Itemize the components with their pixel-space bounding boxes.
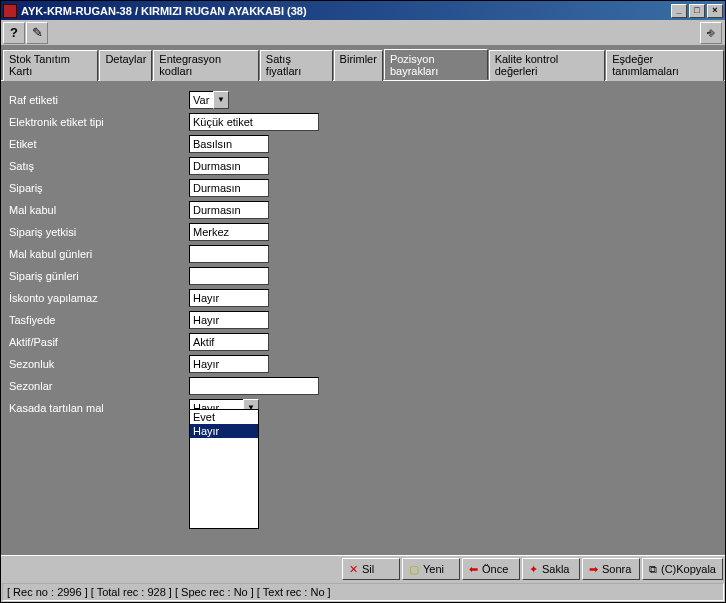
exit-button[interactable]: ⎆: [700, 22, 722, 44]
edit-button[interactable]: ✎: [26, 22, 48, 44]
tab-pozisyon-bayraklari[interactable]: Pozisyon bayrakları: [384, 49, 488, 80]
statusbar: [ Rec no : 2996 ] [ Total rec : 928 ] [ …: [2, 583, 724, 601]
label-sezonluk: Sezonluk: [9, 358, 189, 370]
tab-kalite-kontrol[interactable]: Kalite kontrol değerleri: [489, 50, 606, 81]
input-iskonto[interactable]: [189, 289, 269, 307]
dropdown-empty-area: [190, 438, 258, 528]
minimize-button[interactable]: _: [671, 4, 687, 18]
input-satis[interactable]: [189, 157, 269, 175]
close-button[interactable]: ×: [707, 4, 723, 18]
new-icon: ▢: [409, 563, 419, 576]
tab-satis-fiyatlari[interactable]: Satış fiyatları: [260, 50, 333, 81]
next-icon: ➡: [589, 563, 598, 576]
label-siparis-gunleri: Sipariş günleri: [9, 270, 189, 282]
sil-button[interactable]: ✕Sil: [342, 558, 400, 580]
sakla-button[interactable]: ✦Sakla: [522, 558, 580, 580]
form-content: Raf etiketi ▼ Elektronik etiket tipi Eti…: [1, 81, 725, 555]
tab-stok-tanitim[interactable]: Stok Tanıtım Kartı: [3, 50, 98, 81]
input-elektronik-etiket[interactable]: [189, 113, 319, 131]
dropdown-button[interactable]: ▼: [213, 91, 229, 109]
label-etiket: Etiket: [9, 138, 189, 150]
tab-entegrasyon[interactable]: Entegrasyon kodları: [153, 50, 259, 81]
help-icon: ?: [10, 25, 18, 40]
label-tasfiyede: Tasfiyede: [9, 314, 189, 326]
tab-esdeger[interactable]: Eşdeğer tanımlamaları: [606, 50, 724, 81]
window-title: AYK-KRM-RUGAN-38 / KIRMIZI RUGAN AYAKKAB…: [21, 5, 669, 17]
copy-icon: ⧉: [649, 563, 657, 576]
kopyala-label: (C)Kopyala: [661, 563, 716, 575]
label-kasada-tartilan: Kasada tartılan mal: [9, 402, 189, 414]
yeni-button[interactable]: ▢Yeni: [402, 558, 460, 580]
input-mal-kabul-gunleri[interactable]: [189, 245, 269, 263]
input-siparis-yetkisi[interactable]: [189, 223, 269, 241]
sonra-button[interactable]: ➡Sonra: [582, 558, 640, 580]
tabs-container: Stok Tanıtım Kartı Detaylar Entegrasyon …: [1, 46, 725, 81]
label-siparis-yetkisi: Sipariş yetkisi: [9, 226, 189, 238]
help-button[interactable]: ?: [3, 22, 25, 44]
yeni-label: Yeni: [423, 563, 444, 575]
kopyala-button[interactable]: ⧉(C)Kopyala: [642, 558, 723, 580]
input-aktif-pasif[interactable]: [189, 333, 269, 351]
input-siparis[interactable]: [189, 179, 269, 197]
input-raf-etiketi[interactable]: [189, 91, 213, 109]
label-mal-kabul: Mal kabul: [9, 204, 189, 216]
footer-toolbar: ✕Sil ▢Yeni ⬅Önce ✦Sakla ➡Sonra ⧉(C)Kopya…: [1, 555, 725, 582]
tab-detaylar[interactable]: Detaylar: [99, 50, 152, 81]
label-satis: Satış: [9, 160, 189, 172]
toolbar: ? ✎ ⎆: [1, 20, 725, 46]
delete-icon: ✕: [349, 563, 358, 576]
label-elektronik-etiket: Elektronik etiket tipi: [9, 116, 189, 128]
dropdown-list-kasada[interactable]: Evet Hayır: [189, 409, 259, 529]
door-exit-icon: ⎆: [707, 25, 715, 40]
label-raf-etiketi: Raf etiketi: [9, 94, 189, 106]
input-tasfiyede[interactable]: [189, 311, 269, 329]
once-label: Önce: [482, 563, 508, 575]
once-button[interactable]: ⬅Önce: [462, 558, 520, 580]
pencil-icon: ✎: [32, 25, 43, 40]
label-siparis: Sipariş: [9, 182, 189, 194]
dropdown-option-hayir[interactable]: Hayır: [190, 424, 258, 438]
sonra-label: Sonra: [602, 563, 631, 575]
maximize-button[interactable]: □: [689, 4, 705, 18]
input-sezonlar[interactable]: [189, 377, 319, 395]
label-aktif-pasif: Aktif/Pasif: [9, 336, 189, 348]
label-mal-kabul-gunleri: Mal kabul günleri: [9, 248, 189, 260]
titlebar: AYK-KRM-RUGAN-38 / KIRMIZI RUGAN AYAKKAB…: [1, 1, 725, 20]
sil-label: Sil: [362, 563, 374, 575]
input-sezonluk[interactable]: [189, 355, 269, 373]
sakla-label: Sakla: [542, 563, 570, 575]
app-icon: [3, 4, 17, 18]
tab-birimler[interactable]: Birimler: [334, 50, 383, 81]
label-sezonlar: Sezonlar: [9, 380, 189, 392]
dropdown-option-evet[interactable]: Evet: [190, 410, 258, 424]
input-etiket[interactable]: [189, 135, 269, 153]
input-mal-kabul[interactable]: [189, 201, 269, 219]
label-iskonto: İskonto yapılamaz: [9, 292, 189, 304]
prev-icon: ⬅: [469, 563, 478, 576]
input-siparis-gunleri[interactable]: [189, 267, 269, 285]
save-icon: ✦: [529, 563, 538, 576]
